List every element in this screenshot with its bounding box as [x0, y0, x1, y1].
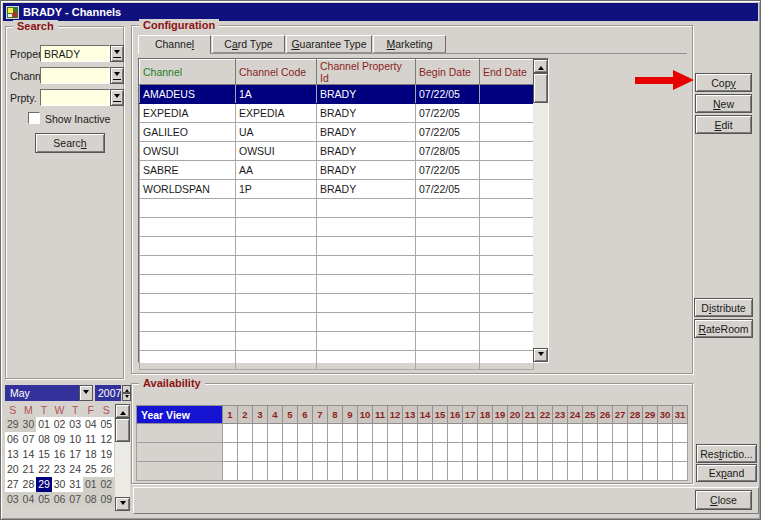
- calendar-day[interactable]: 22: [36, 462, 52, 477]
- calendar-day[interactable]: 02: [99, 477, 115, 492]
- table-row[interactable]: GALILEOUABRADY07/22/05: [140, 123, 534, 142]
- calendar-day[interactable]: 31: [67, 477, 83, 492]
- edit-button[interactable]: Edit: [695, 115, 752, 134]
- calendar-day[interactable]: 07: [21, 432, 37, 447]
- calendar-day[interactable]: 04: [21, 492, 37, 507]
- prptyid-input[interactable]: [40, 89, 110, 106]
- calendar-day[interactable]: 03: [5, 492, 21, 507]
- column-header[interactable]: Channel Property Id: [317, 60, 416, 85]
- expand-button[interactable]: Expand: [696, 464, 757, 482]
- calendar-day[interactable]: 12: [99, 432, 115, 447]
- table-row[interactable]: SABREAABRADY07/22/05: [140, 161, 534, 180]
- calendar-scroll-down-button[interactable]: [115, 497, 130, 511]
- distribute-button[interactable]: Distribute: [694, 298, 753, 317]
- calendar-day[interactable]: 16: [52, 447, 68, 462]
- table-empty-row[interactable]: [140, 275, 534, 294]
- year-field[interactable]: 2007: [95, 385, 121, 401]
- rateroom-button[interactable]: RateRoom: [694, 319, 753, 338]
- new-button[interactable]: New: [695, 94, 752, 113]
- search-button[interactable]: Search: [35, 133, 105, 153]
- calendar-day[interactable]: 11: [83, 432, 99, 447]
- table-row[interactable]: AMADEUS1ABRADY07/22/05: [140, 85, 534, 104]
- calendar-day[interactable]: 06: [52, 492, 68, 507]
- calendar-day[interactable]: 10: [67, 432, 83, 447]
- table-row[interactable]: OWSUIOWSUIBRADY07/28/05: [140, 142, 534, 161]
- calendar-scrollbar[interactable]: [115, 404, 130, 511]
- year-spin-down-button[interactable]: [122, 393, 131, 401]
- table-empty-row[interactable]: [140, 199, 534, 218]
- calendar-day[interactable]: 28: [21, 477, 37, 492]
- table-scrollbar[interactable]: [533, 59, 548, 362]
- calendar-day[interactable]: 05: [36, 492, 52, 507]
- table-empty-row[interactable]: [140, 237, 534, 256]
- prptyid-lov-button[interactable]: [110, 89, 124, 106]
- restrictions-button[interactable]: Restrictio...: [696, 444, 757, 463]
- tab-channel[interactable]: Channel: [138, 35, 211, 54]
- table-empty-row[interactable]: [140, 256, 534, 275]
- calendar-day[interactable]: 09: [99, 492, 115, 507]
- calendar-day[interactable]: 14: [21, 447, 37, 462]
- calendar-day[interactable]: 05: [99, 417, 115, 432]
- calendar-day[interactable]: 13: [5, 447, 21, 462]
- calendar-day[interactable]: 18: [83, 447, 99, 462]
- month-dropdown-button[interactable]: [79, 385, 93, 401]
- calendar-day-selected[interactable]: 29: [36, 477, 52, 492]
- calendar-day[interactable]: 17: [67, 447, 83, 462]
- table-empty-row[interactable]: [140, 351, 534, 370]
- calendar-scroll-up-button[interactable]: [115, 404, 130, 418]
- table-empty-row[interactable]: [140, 294, 534, 313]
- copy-button[interactable]: Copy: [695, 73, 752, 92]
- calendar-day[interactable]: 25: [83, 462, 99, 477]
- calendar-day[interactable]: 23: [52, 462, 68, 477]
- availability-day-header: 6: [298, 406, 313, 424]
- search-group: Search Property Channel Prpty. Id Show I…: [5, 26, 124, 379]
- calendar-day[interactable]: 09: [52, 432, 68, 447]
- calendar-day[interactable]: 01: [83, 477, 99, 492]
- table-empty-row[interactable]: [140, 332, 534, 351]
- table-empty-row[interactable]: [140, 218, 534, 237]
- calendar-day[interactable]: 26: [99, 462, 115, 477]
- column-header[interactable]: Channel Code: [236, 60, 317, 85]
- tab-guarantee-type[interactable]: Guarantee Type: [286, 35, 372, 53]
- calendar-day[interactable]: 08: [83, 492, 99, 507]
- calendar-day[interactable]: 29: [5, 417, 21, 432]
- close-button[interactable]: Close: [695, 490, 752, 510]
- channel-lov-button[interactable]: [110, 67, 124, 84]
- calendar-day[interactable]: 08: [36, 432, 52, 447]
- calendar-weekday-header: W: [52, 404, 68, 416]
- calendar-day[interactable]: 02: [52, 417, 68, 432]
- column-header[interactable]: Channel: [140, 60, 236, 85]
- tab-marketing[interactable]: Marketing: [373, 35, 446, 53]
- calendar-day[interactable]: 21: [21, 462, 37, 477]
- calendar-day[interactable]: 30: [52, 477, 68, 492]
- property-lov-button[interactable]: [110, 45, 124, 62]
- property-input[interactable]: [40, 45, 110, 62]
- channel-input[interactable]: [40, 67, 110, 84]
- tab-card-type[interactable]: Card Type: [212, 35, 285, 53]
- calendar-day[interactable]: 04: [83, 417, 99, 432]
- table-scroll-down-button[interactable]: [533, 348, 548, 362]
- year-view-header[interactable]: Year View: [137, 406, 223, 424]
- calendar-day[interactable]: 07: [67, 492, 83, 507]
- titlebar[interactable]: BRADY - Channels: [3, 3, 758, 21]
- show-inactive-checkbox[interactable]: [28, 112, 40, 124]
- table-scroll-up-button[interactable]: [533, 59, 548, 73]
- table-scrollbar-thumb[interactable]: [533, 73, 548, 103]
- calendar-scrollbar-thumb[interactable]: [115, 418, 130, 442]
- column-header[interactable]: End Date: [480, 60, 534, 85]
- table-row[interactable]: WORLDSPAN1PBRADY07/22/05: [140, 180, 534, 199]
- calendar-day[interactable]: 06: [5, 432, 21, 447]
- month-select[interactable]: May: [5, 385, 79, 401]
- year-spin-up-button[interactable]: [122, 385, 131, 393]
- table-row[interactable]: EXPEDIAEXPEDIABRADY07/22/05: [140, 104, 534, 123]
- calendar-day[interactable]: 20: [5, 462, 21, 477]
- calendar-day[interactable]: 03: [67, 417, 83, 432]
- calendar-day[interactable]: 27: [5, 477, 21, 492]
- table-empty-row[interactable]: [140, 313, 534, 332]
- calendar-day[interactable]: 15: [36, 447, 52, 462]
- calendar-day[interactable]: 19: [99, 447, 115, 462]
- calendar-day[interactable]: 30: [21, 417, 37, 432]
- calendar-day[interactable]: 01: [36, 417, 52, 432]
- column-header[interactable]: Begin Date: [416, 60, 480, 85]
- calendar-day[interactable]: 24: [67, 462, 83, 477]
